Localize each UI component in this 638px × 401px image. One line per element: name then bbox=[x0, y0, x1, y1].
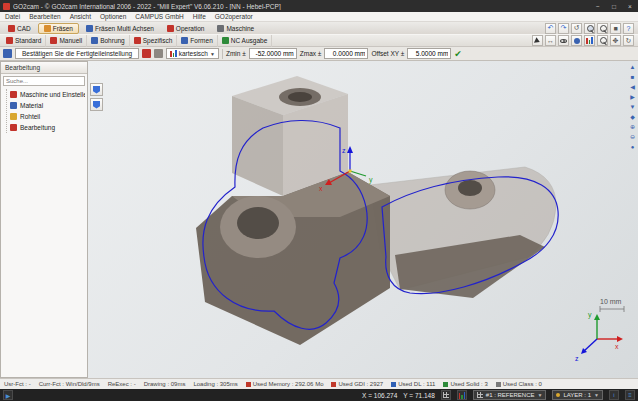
menu-bearbeiten[interactable]: Bearbeiten bbox=[29, 13, 60, 20]
view-nav-strip: ▲ ■ ◀ ▶ ▼ ◆ ⊕ ⊖ ● bbox=[628, 64, 637, 150]
status-used-class: Used Class : 0 bbox=[496, 381, 542, 387]
offset-xy-input[interactable] bbox=[407, 48, 451, 59]
axes-toggle-icon[interactable] bbox=[457, 390, 467, 400]
help-icon[interactable]: ? bbox=[623, 23, 634, 34]
app-window: GO2cam - © GO2cam International 2006 - 2… bbox=[0, 0, 638, 401]
zmin-input[interactable] bbox=[249, 48, 297, 59]
toolbtn-standard[interactable]: Standard bbox=[2, 35, 46, 47]
zoom-out-icon[interactable] bbox=[597, 23, 608, 34]
machine-setup-icon bbox=[10, 91, 17, 98]
zmin-label: Zmin ± bbox=[226, 50, 246, 57]
pan-icon[interactable]: ✥ bbox=[610, 35, 621, 46]
status-used-solid: Used Solid : 3 bbox=[443, 381, 487, 387]
view-center-icon[interactable]: ● bbox=[631, 144, 635, 150]
tab-fraesen-multi-achsen[interactable]: Fräsen Multi Achsen bbox=[80, 23, 160, 34]
titlebar: GO2cam - © GO2cam International 2006 - 2… bbox=[0, 0, 638, 12]
menu-go2operator[interactable]: GO2operator bbox=[215, 13, 253, 20]
view-bottom-icon[interactable]: ▼ bbox=[630, 104, 636, 110]
world-view-icon[interactable] bbox=[571, 35, 582, 46]
zmax-input[interactable] bbox=[324, 48, 368, 59]
svg-text:x: x bbox=[615, 343, 619, 350]
maximize-button[interactable]: □ bbox=[606, 0, 622, 12]
app-logo-icon bbox=[3, 3, 10, 10]
corner-triad: x y z bbox=[575, 311, 623, 362]
scale-indicator: 10 mm bbox=[600, 298, 624, 312]
solid-led-icon bbox=[443, 382, 448, 387]
status-used-dl: Used DL : 111 bbox=[391, 381, 435, 387]
zoom-minus-icon[interactable]: ⊖ bbox=[630, 134, 635, 140]
status-usr-fct: Usr-Fct : - bbox=[4, 381, 31, 387]
toolbtn-formen[interactable]: Formen bbox=[177, 35, 217, 47]
svg-text:y: y bbox=[369, 176, 373, 184]
layer-select[interactable]: LAYER : 1 ▼ bbox=[552, 390, 603, 400]
drill-icon bbox=[91, 37, 98, 44]
main-area: Bearbeitung Maschine und Einstellebene M… bbox=[0, 61, 638, 378]
menu-datei[interactable]: Datei bbox=[5, 13, 20, 20]
snap-grid-icon[interactable] bbox=[441, 390, 451, 400]
zoom-plus-icon[interactable]: ⊕ bbox=[630, 124, 635, 130]
toolbtn-spezifisch[interactable]: Spezifisch bbox=[130, 35, 178, 47]
tree-item-rohteil[interactable]: Rohteil bbox=[10, 111, 85, 122]
coord-mode-select[interactable]: kartesisch ▼ bbox=[166, 48, 219, 59]
svg-text:x: x bbox=[319, 185, 323, 192]
toolrow-icons: ↔ ✥ ↻ bbox=[532, 35, 634, 46]
redo-icon[interactable]: ↷ bbox=[558, 23, 569, 34]
offset-xy-label: Offset XY ± bbox=[371, 50, 404, 57]
collapse-panel-icon[interactable]: ▲ bbox=[630, 64, 636, 70]
toolbtn-bohrung[interactable]: Bohrung bbox=[87, 35, 130, 47]
close-button[interactable]: × bbox=[622, 0, 638, 12]
viewport[interactable]: z x y 10 mm bbox=[88, 61, 638, 378]
tab-operation[interactable]: Operation bbox=[161, 23, 211, 34]
reference-select[interactable]: #1 : REFERENCE ▼ bbox=[473, 390, 547, 400]
stock-grid-icon[interactable] bbox=[142, 49, 151, 58]
status-loading: Loading : 305ms bbox=[193, 381, 237, 387]
protect-part-button[interactable] bbox=[90, 98, 103, 111]
axes-view-icon[interactable] bbox=[584, 35, 595, 46]
view-right-icon[interactable]: ▶ bbox=[630, 94, 635, 100]
material-icon bbox=[10, 102, 17, 109]
status-reexec: ReExec : - bbox=[108, 381, 136, 387]
tree-item-maschine[interactable]: Maschine und Einstellebene bbox=[10, 89, 85, 100]
stock-box-icon[interactable] bbox=[154, 49, 163, 58]
prompt-message: Bestätigen Sie die Fertigteileinstellung bbox=[15, 48, 139, 59]
menu-campus-gmbh[interactable]: CAMPUS GmbH bbox=[135, 13, 183, 20]
replay-icon[interactable]: ▶ bbox=[3, 390, 13, 400]
svg-text:10 mm: 10 mm bbox=[600, 298, 622, 305]
toolbar: Standard Manuell Bohrung Spezifisch Form… bbox=[0, 34, 638, 47]
undo-icon[interactable]: ↶ bbox=[545, 23, 556, 34]
view-left-icon[interactable]: ◀ bbox=[630, 84, 635, 90]
viewport-canvas[interactable]: z x y 10 mm bbox=[88, 61, 638, 378]
sidebar-header-tab[interactable]: Bearbeitung bbox=[1, 62, 87, 74]
search-input[interactable] bbox=[4, 77, 84, 85]
tab-fraesen[interactable]: Fräsen bbox=[38, 23, 79, 34]
menu-optionen[interactable]: Optionen bbox=[100, 13, 126, 20]
tab-maschine[interactable]: Maschine bbox=[211, 23, 260, 34]
toolbtn-manuell[interactable]: Manuell bbox=[46, 35, 87, 47]
zoom-in-icon[interactable] bbox=[584, 23, 595, 34]
zoom-fit-icon[interactable] bbox=[597, 35, 608, 46]
class-led-icon bbox=[496, 382, 501, 387]
tree-item-bearbeitung[interactable]: Bearbeitung bbox=[10, 122, 85, 133]
window-controls: − □ × bbox=[590, 0, 638, 12]
view-top-icon[interactable]: ■ bbox=[631, 74, 635, 80]
confirm-check-button[interactable]: ✔ bbox=[454, 49, 462, 59]
view-iso-icon[interactable]: ◆ bbox=[630, 114, 635, 120]
toolbtn-nc-ausgabe[interactable]: NC Ausgabe bbox=[218, 35, 273, 47]
shield-icon bbox=[93, 101, 100, 109]
mill-icon bbox=[44, 25, 51, 32]
tree-item-material[interactable]: Material bbox=[10, 100, 85, 111]
rotate-view-icon[interactable]: ↻ bbox=[623, 35, 634, 46]
protect-face-button[interactable] bbox=[90, 83, 103, 96]
refresh-icon[interactable]: ↺ bbox=[571, 23, 582, 34]
select-cursor-icon[interactable] bbox=[532, 35, 543, 46]
settings-icon[interactable]: ≡ bbox=[625, 390, 635, 400]
info-icon[interactable]: i bbox=[609, 390, 619, 400]
minimize-button[interactable]: − bbox=[590, 0, 606, 12]
zoom-window-icon[interactable]: ■ bbox=[610, 23, 621, 34]
visibility-icon[interactable] bbox=[558, 35, 569, 46]
measure-icon[interactable]: ↔ bbox=[545, 35, 556, 46]
menu-hilfe[interactable]: Hilfe bbox=[193, 13, 206, 20]
tab-cad[interactable]: CAD bbox=[2, 23, 37, 34]
menu-ansicht[interactable]: Ansicht bbox=[70, 13, 91, 20]
gdi-led-icon bbox=[331, 382, 336, 387]
